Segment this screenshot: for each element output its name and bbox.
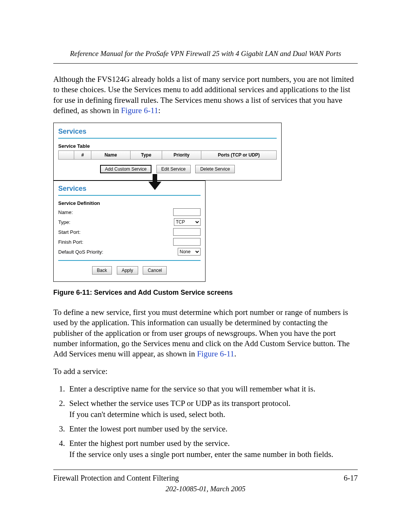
footer-page-number: 6-17 [344, 474, 358, 482]
panel-title-services-top: Services [58, 128, 277, 136]
page-footer: Firewall Protection and Content Filterin… [53, 470, 358, 482]
apply-button[interactable]: Apply [117, 266, 138, 275]
col-priority: Priority [162, 151, 201, 160]
arrow-down-icon [148, 174, 161, 190]
after-paragraph: To define a new service, first you must … [53, 307, 358, 359]
step-1: Enter a descriptive name for the service… [67, 383, 358, 394]
step-2: Select whether the service uses TCP or U… [67, 398, 358, 420]
figure-6-11: Services Service Table # Name Type Prior… [53, 123, 358, 282]
service-table-heading: Service Table [58, 143, 277, 149]
name-input[interactable] [173, 208, 201, 216]
col-name: Name [91, 151, 131, 160]
start-port-input[interactable] [173, 228, 201, 236]
col-type: Type [131, 151, 162, 160]
finish-port-label: Finish Port: [58, 239, 173, 245]
figure-caption: Figure 6-11: Services and Add Custom Ser… [53, 289, 358, 297]
steps-lead: To add a service: [53, 366, 358, 377]
definition-buttons: Back Apply Cancel [58, 266, 201, 275]
after-text-post: . [234, 349, 236, 358]
col-number: # [74, 151, 91, 160]
services-table-screen: Services Service Table # Name Type Prior… [53, 123, 282, 181]
cancel-button[interactable]: Cancel [143, 266, 167, 275]
col-select [59, 151, 74, 160]
panel-divider-bottom [58, 195, 201, 196]
delete-service-button[interactable]: Delete Service [195, 165, 235, 173]
intro-text: Although the FVS124G already holds a lis… [53, 75, 354, 115]
type-select[interactable]: TCP [174, 218, 201, 226]
intro-paragraph: Although the FVS124G already holds a lis… [53, 74, 358, 116]
qos-priority-select[interactable]: None [178, 248, 201, 256]
panel-divider [58, 138, 277, 139]
panel-title-services-bottom: Services [58, 185, 201, 193]
steps-list: Enter a descriptive name for the service… [53, 383, 358, 460]
service-definition-heading: Service Definition [58, 200, 201, 206]
back-button[interactable]: Back [92, 266, 112, 275]
type-label: Type: [58, 219, 174, 225]
panel-divider-bottom-2 [58, 260, 201, 261]
figure-reference-link-2[interactable]: Figure 6-11 [197, 349, 234, 358]
service-definition-screen: Services Service Definition Name: Type: … [53, 181, 206, 282]
edit-service-button[interactable]: Edit Service [156, 165, 191, 173]
step-4: Enter the highest port number used by th… [67, 438, 358, 460]
qos-priority-label: Default QoS Priority: [58, 249, 178, 255]
figure-reference-link[interactable]: Figure 6-11 [121, 106, 158, 115]
page: Reference Manual for the ProSafe VPN Fir… [0, 0, 411, 516]
start-port-label: Start Port: [58, 229, 173, 235]
col-ports: Ports (TCP or UDP) [201, 151, 277, 160]
step-3: Enter the lowest port number used by the… [67, 423, 358, 434]
footer-section: Firewall Protection and Content Filterin… [53, 474, 179, 482]
intro-tail: : [158, 106, 161, 115]
service-table: # Name Type Priority Ports (TCP or UDP) [58, 150, 277, 160]
add-custom-service-button[interactable]: Add Custom Service [100, 165, 151, 173]
running-header: Reference Manual for the ProSafe VPN Fir… [53, 50, 358, 64]
service-table-buttons: Add Custom Service Edit Service Delete S… [58, 165, 277, 173]
finish-port-input[interactable] [173, 238, 201, 246]
document-id: 202-10085-01, March 2005 [53, 485, 358, 493]
name-label: Name: [58, 209, 173, 215]
